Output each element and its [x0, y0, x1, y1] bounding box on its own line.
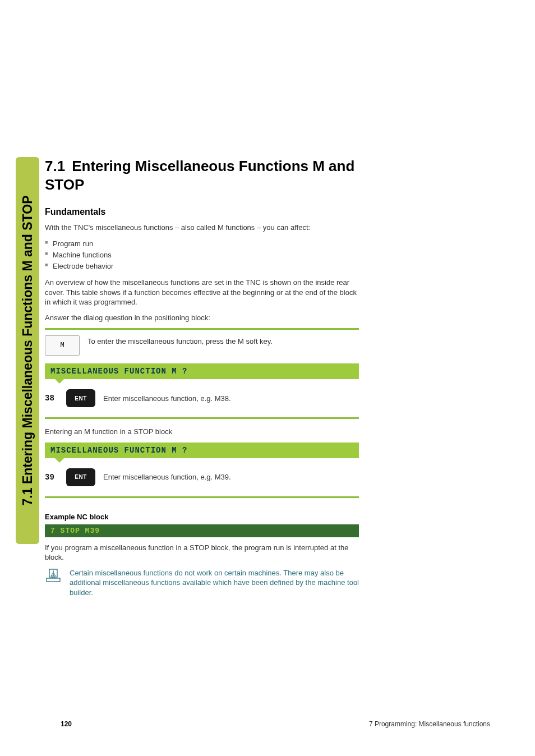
ent-text: Enter miscellaneous function, e.g. M39. [103, 473, 359, 481]
content-column: 7.1Entering Miscellaneous Functions M an… [45, 157, 359, 597]
rule [45, 328, 359, 330]
m-key-text: To enter the miscellaneous function, pre… [87, 335, 359, 347]
note-text: Certain miscellaneous functions do not w… [70, 568, 359, 598]
chapter-label: 7 Programming: Miscellaneous functions [369, 720, 490, 728]
stop-intro: Entering an M function in a STOP block [45, 427, 359, 437]
svg-rect-3 [47, 578, 60, 582]
prompt-label: MISCELLANEOUS FUNCTION M ? [50, 367, 187, 376]
ent-row-1: 38 ENT Enter miscellaneous function, e.g… [45, 389, 359, 407]
section-title-text: Entering Miscellaneous Functions M and S… [45, 158, 354, 193]
list-item: Program run [45, 238, 359, 250]
ent-key[interactable]: ENT [66, 468, 95, 486]
fundamentals-prompt: Answer the dialog question in the positi… [45, 313, 359, 323]
fundamentals-overview: An overview of how the miscellaneous fun… [45, 278, 359, 307]
misc-function-prompt: MISCELLANEOUS FUNCTION M ? [45, 442, 359, 458]
section-title: 7.1Entering Miscellaneous Functions M an… [45, 157, 359, 193]
rule [45, 496, 359, 498]
ent-num: 39 [45, 473, 58, 482]
misc-function-prompt: MISCELLANEOUS FUNCTION M ? [45, 363, 359, 379]
page-number: 120 [61, 720, 72, 728]
callout-pointer-icon [55, 458, 64, 463]
callout-pointer-icon [55, 379, 64, 384]
rule [45, 417, 359, 419]
side-tab-label: 7.1 Entering Miscellaneous Functions M a… [20, 196, 35, 506]
ent-num: 38 [45, 394, 58, 403]
m-key-row: M To enter the miscellaneous function, p… [45, 335, 359, 356]
machine-note-icon [45, 568, 62, 585]
ent-row-2: 39 ENT Enter miscellaneous function, e.g… [45, 468, 359, 486]
m-softkey[interactable]: M [45, 335, 80, 356]
example-code: 7 STOP M39 [45, 524, 359, 537]
after-example: If you program a miscellaneous function … [45, 543, 359, 563]
fundamentals-bullets: Program run Machine functions Electrode … [45, 238, 359, 272]
list-item: Electrode behavior [45, 261, 359, 272]
section-number: 7.1 [45, 157, 65, 176]
fundamentals-intro: With the TNC's miscellaneous functions –… [45, 223, 359, 233]
fundamentals-heading: Fundamentals [45, 207, 359, 217]
page-footer: 120 7 Programming: Miscellaneous functio… [0, 720, 535, 728]
list-item: Machine functions [45, 250, 359, 261]
prompt-label: MISCELLANEOUS FUNCTION M ? [50, 446, 187, 455]
note-row: Certain miscellaneous functions do not w… [45, 568, 359, 598]
example-heading: Example NC block [45, 513, 359, 521]
ent-key[interactable]: ENT [66, 389, 95, 407]
ent-text: Enter miscellaneous function, e.g. M38. [103, 394, 359, 403]
side-tab: 7.1 Entering Miscellaneous Functions M a… [16, 157, 39, 544]
